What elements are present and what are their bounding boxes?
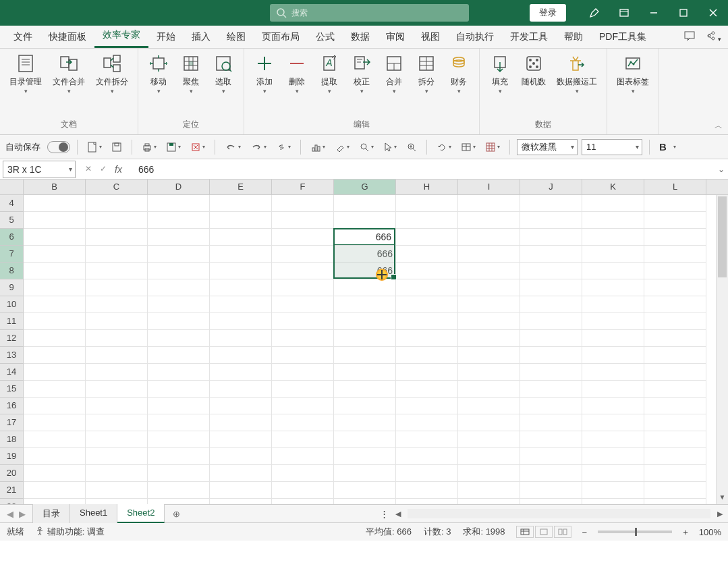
row-header-10[interactable]: 10 bbox=[0, 296, 24, 313]
cursor-button[interactable]: ▾ bbox=[381, 140, 399, 154]
hscroll-track[interactable] bbox=[408, 509, 710, 518]
cell-H20[interactable] bbox=[396, 465, 458, 482]
zoom-in-button[interactable]: + bbox=[683, 527, 688, 537]
new-file-button[interactable]: ▾ bbox=[84, 140, 105, 155]
cell-K15[interactable] bbox=[582, 381, 644, 398]
cell-B19[interactable] bbox=[24, 448, 86, 465]
ribbon-拆分[interactable]: 拆分▾ bbox=[412, 51, 441, 96]
cell-B6[interactable] bbox=[24, 229, 86, 246]
cell-D22[interactable] bbox=[148, 499, 210, 504]
cell-E18[interactable] bbox=[210, 431, 272, 448]
cell-G12[interactable] bbox=[334, 330, 396, 347]
formula-input[interactable]: 666 bbox=[132, 164, 715, 175]
cell-E20[interactable] bbox=[210, 465, 272, 482]
ribbon-图表标签[interactable]: 图表标签▾ bbox=[613, 51, 653, 96]
cell-D13[interactable] bbox=[148, 347, 210, 364]
add-sheet-button[interactable]: ⊕ bbox=[165, 509, 188, 519]
cell-B17[interactable] bbox=[24, 414, 86, 431]
cell-K22[interactable] bbox=[582, 499, 644, 504]
print-button[interactable]: ▾ bbox=[139, 140, 159, 154]
cell-K17[interactable] bbox=[582, 414, 644, 431]
cell-K18[interactable] bbox=[582, 431, 644, 448]
row-header-18[interactable]: 18 bbox=[0, 431, 24, 448]
accessibility-status[interactable]: 辅助功能: 调查 bbox=[35, 526, 105, 538]
cell-C9[interactable] bbox=[86, 279, 148, 296]
cell-D6[interactable] bbox=[148, 229, 210, 246]
zoom-button[interactable] bbox=[403, 140, 420, 154]
cell-F6[interactable] bbox=[272, 229, 334, 246]
cell-K21[interactable] bbox=[582, 482, 644, 499]
cell-G9[interactable] bbox=[334, 279, 396, 296]
accept-formula-icon[interactable]: ✓ bbox=[100, 164, 107, 175]
cell-L22[interactable] bbox=[644, 499, 706, 504]
cell-E4[interactable] bbox=[210, 195, 272, 212]
refresh-button[interactable]: ▾ bbox=[434, 140, 454, 154]
cell-C18[interactable] bbox=[86, 431, 148, 448]
tab-开始[interactable]: 开始 bbox=[148, 26, 184, 48]
ribbon-添加[interactable]: 添加▾ bbox=[250, 51, 279, 96]
cell-E9[interactable] bbox=[210, 279, 272, 296]
cell-L10[interactable] bbox=[644, 296, 706, 313]
cell-B9[interactable] bbox=[24, 279, 86, 296]
column-header-D[interactable]: D bbox=[148, 180, 210, 194]
ribbon-移动[interactable]: 移动▾ bbox=[144, 51, 173, 96]
view-pagebreak-button[interactable] bbox=[554, 526, 571, 538]
cell-G17[interactable] bbox=[334, 414, 396, 431]
hscroll-right-icon[interactable]: ▶ bbox=[715, 510, 725, 518]
cell-B7[interactable] bbox=[24, 246, 86, 263]
cell-C21[interactable] bbox=[86, 482, 148, 499]
row-header-5[interactable]: 5 bbox=[0, 212, 24, 229]
cell-D5[interactable] bbox=[148, 212, 210, 229]
cell-I17[interactable] bbox=[458, 414, 520, 431]
cell-D4[interactable] bbox=[148, 195, 210, 212]
cell-E16[interactable] bbox=[210, 398, 272, 414]
cell-L8[interactable] bbox=[644, 263, 706, 279]
cell-J7[interactable] bbox=[520, 246, 582, 263]
tab-视图[interactable]: 视图 bbox=[413, 26, 448, 48]
row-header-21[interactable]: 21 bbox=[0, 482, 24, 499]
cell-F13[interactable] bbox=[272, 347, 334, 364]
cell-H18[interactable] bbox=[396, 431, 458, 448]
cell-G11[interactable] bbox=[334, 313, 396, 330]
cell-H12[interactable] bbox=[396, 330, 458, 347]
table-button[interactable]: ▾ bbox=[458, 140, 478, 154]
cell-E17[interactable] bbox=[210, 414, 272, 431]
ribbon-填充[interactable]: 填充▾ bbox=[485, 51, 515, 96]
cell-C20[interactable] bbox=[86, 465, 148, 482]
cell-G18[interactable] bbox=[334, 431, 396, 448]
cell-I4[interactable] bbox=[458, 195, 520, 212]
cell-K8[interactable] bbox=[582, 263, 644, 279]
zoom-slider[interactable] bbox=[598, 531, 672, 533]
cell-L15[interactable] bbox=[644, 381, 706, 398]
cell-E8[interactable] bbox=[210, 263, 272, 279]
row-header-12[interactable]: 12 bbox=[0, 330, 24, 347]
ribbon-数据搬运工[interactable]: 数据搬运工▾ bbox=[553, 51, 601, 96]
redo-button[interactable]: ▾ bbox=[248, 141, 269, 153]
cell-H10[interactable] bbox=[396, 296, 458, 313]
cell-B5[interactable] bbox=[24, 212, 86, 229]
row-header-16[interactable]: 16 bbox=[0, 398, 24, 414]
cell-I10[interactable] bbox=[458, 296, 520, 313]
cell-G7[interactable]: 666 bbox=[334, 246, 396, 263]
cell-I9[interactable] bbox=[458, 279, 520, 296]
column-header-K[interactable]: K bbox=[582, 180, 644, 194]
cell-H14[interactable] bbox=[396, 364, 458, 381]
cell-L7[interactable] bbox=[644, 246, 706, 263]
cell-H8[interactable] bbox=[396, 263, 458, 279]
cell-H17[interactable] bbox=[396, 414, 458, 431]
sheet-tab-目录[interactable]: 目录 bbox=[32, 504, 70, 523]
tab-自动执行[interactable]: 自动执行 bbox=[448, 26, 502, 48]
cell-D18[interactable] bbox=[148, 431, 210, 448]
cell-C5[interactable] bbox=[86, 212, 148, 229]
cell-G5[interactable] bbox=[334, 212, 396, 229]
cell-J4[interactable] bbox=[520, 195, 582, 212]
cell-G14[interactable] bbox=[334, 364, 396, 381]
cell-C15[interactable] bbox=[86, 381, 148, 398]
row-header-14[interactable]: 14 bbox=[0, 364, 24, 381]
cell-D17[interactable] bbox=[148, 414, 210, 431]
column-header-B[interactable]: B bbox=[24, 180, 86, 194]
column-header-L[interactable]: L bbox=[644, 180, 706, 194]
column-header-F[interactable]: F bbox=[272, 180, 334, 194]
cell-E14[interactable] bbox=[210, 364, 272, 381]
cell-H15[interactable] bbox=[396, 381, 458, 398]
